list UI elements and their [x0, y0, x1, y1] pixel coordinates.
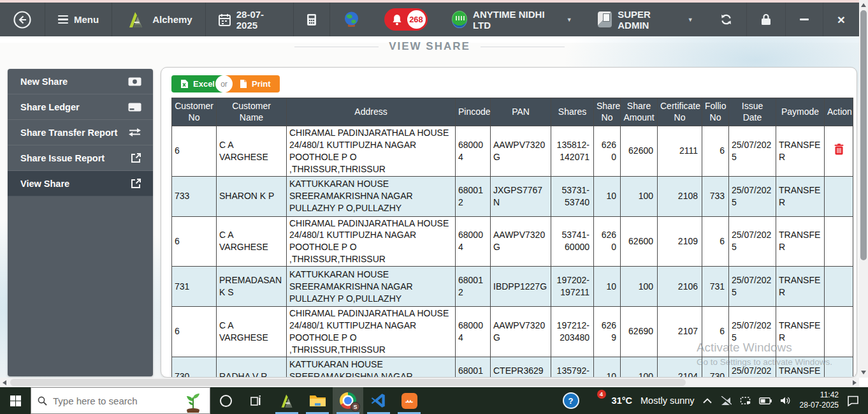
cell-follio-no: 6	[702, 307, 729, 357]
scroll-right-arrow-icon[interactable]	[853, 380, 857, 385]
lock-icon	[761, 13, 771, 26]
column-header-customer-no: Customer No	[172, 98, 217, 126]
cell-address: CHIRAMAL PADINJARATHALA HOUSE 24/480/1 K…	[287, 307, 456, 357]
screen-cast-icon[interactable]	[740, 396, 751, 406]
sidebar-item-view-share[interactable]: View Share	[8, 171, 153, 196]
cell-action	[825, 216, 853, 267]
taskbar-app-vscode[interactable]	[363, 387, 394, 414]
horizontal-scrollbar-thumb[interactable]	[10, 379, 686, 386]
sidebar-item-label: Share Issue Report	[20, 153, 105, 163]
notifications-button[interactable]: 268	[384, 8, 428, 31]
calculator-button[interactable]	[294, 3, 330, 36]
cell-pincode: 680004	[456, 216, 491, 267]
scroll-left-arrow-icon[interactable]	[3, 380, 6, 385]
page-title: VIEW SHARE	[389, 40, 470, 53]
cell-certificate-no: 2104	[658, 357, 702, 378]
cell-pan: IBDPP1227G	[491, 267, 551, 307]
cell-paymode: TRANSFER	[776, 176, 825, 216]
cell-customer-name: C A VARGHESE	[217, 307, 287, 357]
table-row: 6C A VARGHESECHIRAMAL PADINJARATHALA HOU…	[172, 126, 853, 177]
date-display[interactable]: 28-07-2025	[206, 3, 294, 36]
cell-customer-name: SHARON K P	[217, 176, 287, 216]
scroll-up-arrow-icon[interactable]	[861, 3, 866, 7]
help-icon[interactable]: ?	[564, 394, 578, 408]
sidebar-item-share-issue-report[interactable]: Share Issue Report	[8, 145, 153, 171]
company-selector[interactable]: ANYTIME NIDHI LTD ▼	[439, 3, 585, 36]
cell-share-no: 10	[594, 267, 621, 307]
cell-issue-date: 25/07/2025	[729, 267, 776, 307]
brand[interactable]: Alchemy	[112, 3, 206, 36]
sidebar-item-share-ledger[interactable]: Share Ledger	[8, 94, 153, 120]
user-menu[interactable]: SUPER ADMIN ▼	[585, 3, 706, 36]
cell-shares: 53731-53740	[551, 176, 594, 216]
table-row: 733SHARON K PKATTUKKARAN HOUSE SREERAMAK…	[172, 176, 853, 216]
external-link-icon	[131, 152, 141, 163]
battery-icon[interactable]	[759, 397, 772, 404]
taskbar-search[interactable]	[31, 387, 210, 414]
cell-action	[825, 357, 853, 378]
refresh-button[interactable]	[706, 3, 747, 36]
cell-action	[825, 176, 853, 216]
excel-file-icon	[180, 79, 189, 89]
speaker-icon[interactable]	[780, 396, 792, 405]
close-button[interactable]: ×	[823, 3, 859, 36]
cell-pincode: 680012	[456, 267, 491, 307]
search-input[interactable]	[53, 396, 168, 406]
cell-shares: 197202-197211	[551, 267, 594, 307]
cell-address: KATTUKARAN HOUSE SREERAMAKRISHNA NAGAR P…	[287, 357, 456, 378]
cell-customer-no: 6	[172, 307, 217, 357]
scroll-down-arrow-icon[interactable]	[861, 371, 866, 374]
delete-row-button[interactable]	[834, 144, 844, 155]
temperature[interactable]: 31°C	[612, 396, 632, 406]
globe-button[interactable]	[330, 3, 373, 36]
sidebar-item-new-share[interactable]: New Share	[8, 69, 153, 94]
taskbar-app-xampp[interactable]: ꕀ	[394, 387, 424, 414]
minimize-button[interactable]	[786, 3, 823, 36]
column-header-address: Address	[287, 98, 456, 126]
lock-button[interactable]	[747, 3, 786, 36]
column-header-customer-name: Customer Name	[217, 98, 287, 126]
content-panel: Excel or Print Customer NoCustomer NameA…	[161, 67, 857, 378]
vertical-scrollbar-thumb[interactable]	[860, 10, 867, 260]
cell-follio-no: 6	[702, 126, 729, 177]
start-button[interactable]	[0, 387, 31, 414]
cell-paymode: TRANSFER	[776, 126, 825, 177]
xampp-icon: ꕀ	[401, 393, 417, 409]
sidebar-item-share-transfer-report[interactable]: Share Transfer Report	[8, 120, 153, 145]
column-header-pincode: Pincode	[456, 98, 491, 126]
system-tray: ? 4 31°C Mostly sunny 11:42	[564, 387, 868, 414]
cortana-button[interactable]	[210, 387, 241, 414]
taskbar-app-explorer[interactable]	[302, 387, 333, 414]
taskbar-app-chrome[interactable]: S	[333, 387, 363, 414]
current-date: 28-07-2025	[236, 9, 280, 31]
cell-action	[825, 267, 853, 307]
horizontal-scrollbar[interactable]	[0, 378, 859, 387]
menu-label: Menu	[74, 14, 99, 25]
back-button[interactable]	[0, 3, 45, 36]
cell-follio-no: 730	[702, 357, 729, 378]
close-icon: ×	[837, 13, 845, 26]
cell-pan: CTEPR3629F	[491, 357, 551, 378]
app-window: Menu Alchemy 28-07-2025	[0, 0, 868, 414]
weather-button[interactable]: 4	[586, 392, 604, 410]
column-header-follio-no: Follio No	[702, 98, 729, 126]
cell-paymode: TRANSFER	[776, 357, 825, 378]
column-header-pan: PAN	[491, 98, 551, 126]
cell-pincode: 680004	[456, 307, 491, 357]
menu-button[interactable]: Menu	[45, 3, 112, 36]
user-name: SUPER ADMIN	[618, 9, 678, 31]
weather-condition[interactable]: Mostly sunny	[640, 396, 695, 406]
cell-certificate-no: 2111	[658, 126, 702, 177]
excel-label: Excel	[193, 79, 215, 89]
cell-issue-date: 25/07/2025	[729, 216, 776, 267]
column-header-paymode: Paymode	[776, 98, 825, 126]
taskbar-app-alchemy[interactable]	[271, 387, 302, 414]
brand-label: Alchemy	[152, 14, 192, 25]
taskbar-clock[interactable]: 11:42 28-07-2025	[800, 390, 839, 410]
network-disabled-icon[interactable]	[720, 396, 732, 406]
tray-chevron-up-icon[interactable]	[703, 398, 712, 404]
action-center-icon[interactable]	[847, 396, 859, 406]
task-view-button[interactable]	[241, 387, 271, 414]
vertical-scrollbar[interactable]	[859, 0, 868, 378]
windows-taskbar: S ꕀ ? 4 31°C Mostly sunny	[0, 387, 868, 414]
